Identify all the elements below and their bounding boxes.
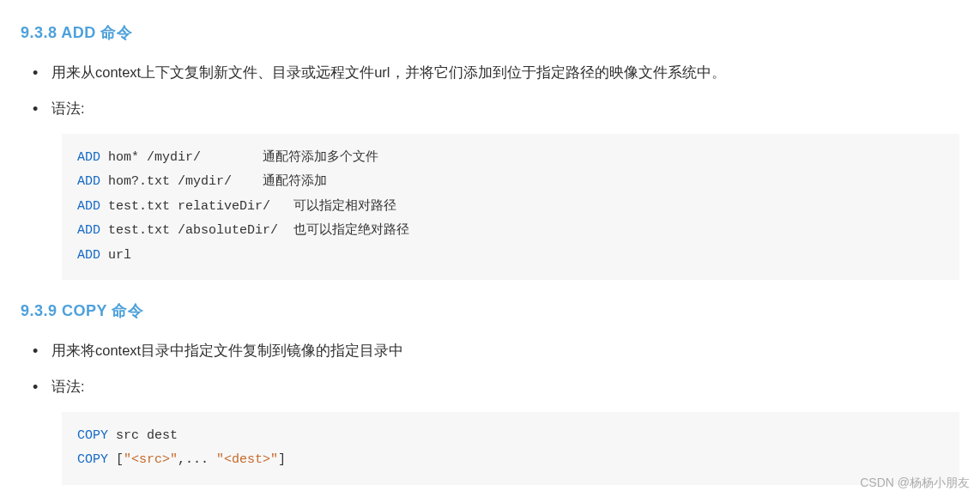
code-string: "<dest>"	[216, 452, 278, 467]
code-keyword: ADD	[77, 223, 100, 238]
code-text: src dest	[108, 428, 178, 443]
code-keyword: COPY	[77, 428, 108, 443]
code-text: hom* /mydir/ 通配符添加多个文件	[100, 150, 378, 165]
code-keyword: ADD	[77, 199, 100, 214]
list-item: 用来将context目录中指定文件复制到镜像的指定目录中	[48, 339, 959, 361]
list-item: 语法:	[48, 97, 959, 119]
code-text: ,...	[178, 452, 216, 467]
code-text: test.txt /absoluteDir/ 也可以指定绝对路径	[100, 223, 409, 238]
code-text: [	[108, 452, 124, 467]
content-list-add: 用来从context上下文复制新文件、目录或远程文件url，并将它们添加到位于指…	[21, 61, 959, 120]
code-keyword: COPY	[77, 452, 108, 467]
content-list-copy: 用来将context目录中指定文件复制到镜像的指定目录中 语法:	[21, 339, 959, 398]
code-text: ]	[278, 452, 286, 467]
code-block-copy: COPY src dest COPY ["<src>",... "<dest>"…	[62, 412, 959, 485]
code-text: url	[100, 248, 131, 263]
list-item: 用来从context上下文复制新文件、目录或远程文件url，并将它们添加到位于指…	[48, 61, 959, 83]
list-item: 语法:	[48, 375, 959, 397]
code-keyword: ADD	[77, 174, 100, 189]
section-heading-add: 9.3.8 ADD 命令	[21, 21, 959, 45]
section-heading-copy: 9.3.9 COPY 命令	[21, 299, 959, 324]
code-keyword: ADD	[77, 248, 100, 263]
code-keyword: ADD	[77, 150, 100, 165]
code-text: test.txt relativeDir/ 可以指定相对路径	[100, 199, 396, 214]
code-string: "<src>"	[124, 452, 178, 467]
code-block-add: ADD hom* /mydir/ 通配符添加多个文件 ADD hom?.txt …	[62, 134, 959, 281]
code-text: hom?.txt /mydir/ 通配符添加	[100, 174, 327, 189]
